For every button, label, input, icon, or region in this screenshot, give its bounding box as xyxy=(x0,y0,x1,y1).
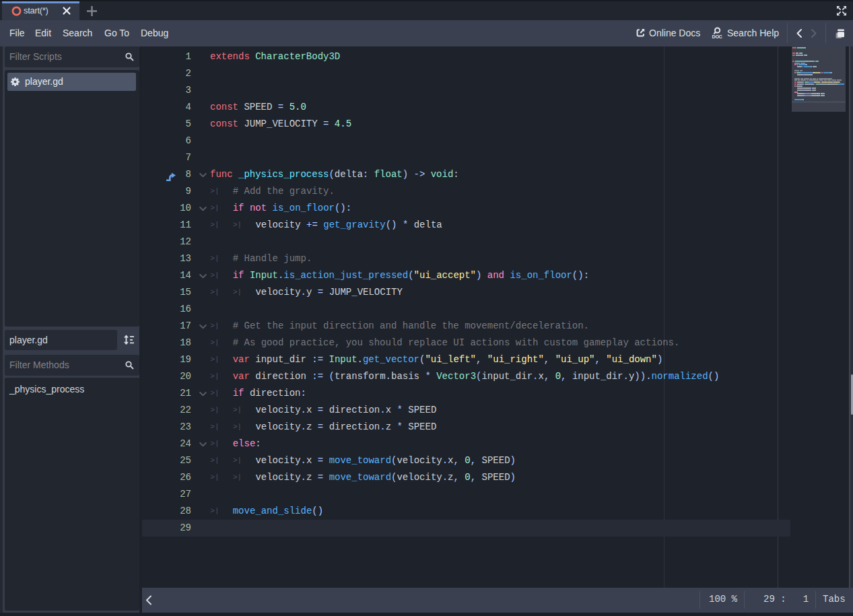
svg-text:DOC: DOC xyxy=(712,34,722,39)
